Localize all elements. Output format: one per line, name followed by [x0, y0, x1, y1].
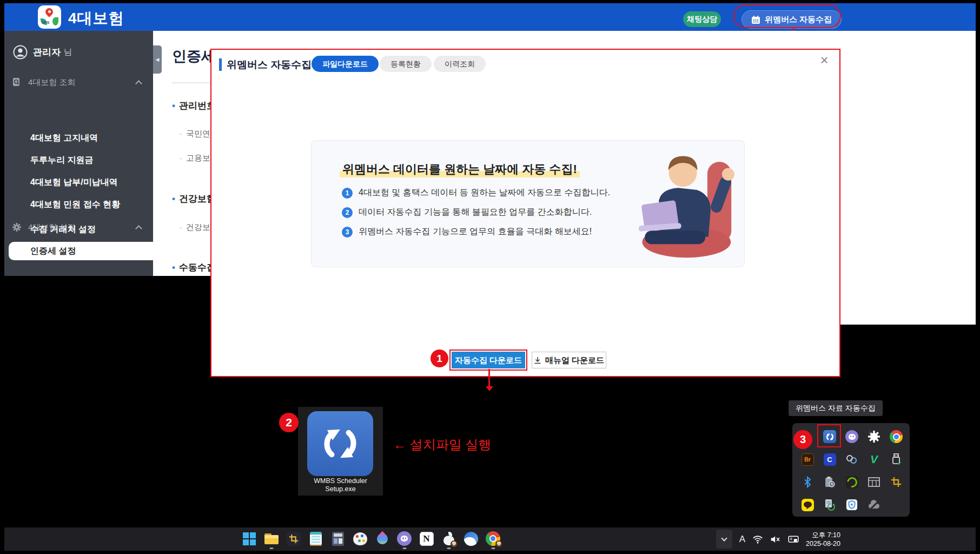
tab-registration-status[interactable]: 등록현황 [380, 56, 432, 72]
tray-expand-chevron[interactable] [716, 530, 732, 549]
user-avatar-icon [13, 45, 28, 60]
annotation-step-2-badge: 2 [279, 413, 299, 432]
sidebar-item-civil-complaint-status[interactable]: 4대보험 민원 접수 현황 [30, 199, 120, 210]
taskbar-chrome-icon[interactable] [485, 530, 501, 547]
app-logo[interactable]: NPS [38, 5, 61, 29]
desktop-icon-label: WMBS Scheduler Setup.exe [298, 477, 383, 493]
auto-collect-download-button[interactable]: 자동수집 다운로드 [452, 352, 525, 368]
screen: NPS 4대보험 채팅상담 위멤버스 자동수집 관리자 님 4대보험 조회 4대… [0, 0, 980, 554]
chat-consult-button[interactable]: 채팅상담 [683, 11, 721, 27]
sidebar-item-durunuri-subsidy[interactable]: 두루누리 지원금 [30, 155, 93, 166]
banner-point: 1 4대보험 및 홈택스 데이터 등 원하는 날짜에 자동으로 수집합니다. [342, 187, 610, 199]
banner-headline: 위멤버스 데이터를 원하는 날짜에 자동 수집! [340, 161, 580, 177]
sidebar-item-payment-history[interactable]: 4대보험 납부/미납내역 [30, 177, 118, 188]
avatar [495, 540, 502, 548]
sidebar-section-inquiry[interactable]: 4대보험 조회 [12, 76, 145, 88]
tray-share-link-icon[interactable] [841, 448, 863, 471]
modal-title-marker [219, 58, 222, 71]
taskbar-paint-icon[interactable] [352, 530, 368, 547]
chevron-up-icon [135, 225, 142, 232]
tray-kakaotalk-icon[interactable] [797, 493, 818, 516]
taskbar-clock[interactable]: 오후 7:10 2025-08-20 [806, 531, 840, 548]
taskbar-purple-messenger-icon[interactable] [396, 530, 413, 547]
taskbar-notepad-icon[interactable] [307, 530, 324, 547]
page-bullet: •수동수집 [172, 261, 210, 274]
input-device-icon[interactable] [788, 535, 799, 544]
sync-arrows-icon [825, 432, 835, 441]
tray-cloud-off-icon[interactable] [863, 493, 885, 516]
logo-leaf-icon [52, 17, 58, 25]
number-3-icon: 3 [342, 227, 353, 238]
wifi-icon[interactable] [752, 535, 763, 544]
taskbar: N A 오후 7:10 2025-08-20 [4, 527, 976, 551]
tray-wmbs-scheduler-icon[interactable] [819, 425, 840, 448]
close-icon[interactable]: × [817, 52, 832, 69]
app-title: 4대보험 [68, 8, 124, 29]
taskbar-apple-music-icon[interactable] [440, 530, 457, 547]
sidebar-item-cert-settings-selected[interactable]: 인증세 설정 [9, 242, 153, 260]
user-suffix: 님 [64, 47, 72, 57]
wmbs-modal: 위멤버스 자동수집 파일다운로드 등록현황 이력조회 × 위멤버스 데이터를 원… [210, 49, 840, 377]
chevron-down-icon [721, 535, 727, 541]
wmbs-auto-collect-button[interactable]: 위멤버스 자동수집 [741, 10, 842, 29]
gear-icon [12, 222, 22, 232]
taskbar-whale-browser-icon[interactable] [462, 530, 479, 547]
sidebar-item-vendor-settings[interactable]: 수집 거래처 설정 [30, 224, 96, 235]
document-search-icon [12, 77, 22, 87]
tray-crop-tool-icon[interactable] [885, 471, 907, 493]
intro-banner: 위멤버스 데이터를 원하는 날짜에 자동 수집! 1 4대보험 및 홈택스 데이… [311, 140, 745, 267]
tray-shield-icon[interactable] [841, 493, 863, 516]
tray-chrome-icon[interactable] [885, 425, 907, 448]
collapse-arrow-icon: ◀ [156, 57, 160, 62]
logo-text: NPS [42, 21, 49, 24]
modal-title: 위멤버스 자동수집 [227, 58, 312, 72]
user-row: 관리자 님 [13, 45, 72, 60]
tray-purple-messenger-icon[interactable] [841, 425, 863, 448]
clock-date: 2025-08-20 [806, 539, 840, 548]
page-title: 인증세 설정 [172, 47, 210, 66]
annotation-install-note: ← 설치파일 실행 [393, 436, 491, 453]
taskbar-start-button[interactable] [241, 530, 257, 547]
sidebar-item-notice-history[interactable]: 4대보험 고지내역 [30, 133, 98, 144]
tray-window-grid-icon[interactable] [863, 471, 885, 493]
wmbs-setup-exe-icon[interactable] [307, 411, 373, 476]
tray-file-sync-icon[interactable] [819, 493, 840, 516]
taskbar-paint-drop-icon[interactable] [374, 530, 390, 547]
banner-point: 2 데이터 자동수집 기능을 통해 불필요한 업무를 간소화합니다. [342, 207, 592, 218]
page-bullet: ·고용보험 [180, 153, 210, 163]
page-bullet: ·건강보험 [180, 222, 210, 233]
annotation-step-3-badge: 3 [793, 430, 812, 449]
number-1-icon: 1 [342, 188, 353, 199]
app-header: NPS 4대보험 채팅상담 위멤버스 자동수집 [4, 3, 976, 31]
tab-history-inquiry[interactable]: 이력조회 [434, 56, 486, 72]
manual-download-button[interactable]: 매뉴얼 다운로드 [532, 352, 606, 368]
sync-arrows-icon [319, 423, 361, 465]
tray-creative-cloud-icon[interactable]: C [819, 448, 840, 471]
tray-nvidia-icon[interactable] [841, 471, 863, 493]
tray-adobe-bridge-icon[interactable]: Br [797, 448, 818, 471]
taskbar-capture-tool-icon[interactable] [285, 530, 302, 547]
annotation-step-1-badge: 1 [431, 349, 448, 367]
tray-settings-dollar-icon[interactable]: $ [863, 425, 885, 448]
speaker-muted-icon[interactable] [770, 535, 781, 544]
taskbar-calculator-icon[interactable] [329, 530, 346, 547]
sidebar: 관리자 님 4대보험 조회 4대보험 고지내역 두루누리 지원금 4대보험 납부… [4, 31, 153, 276]
user-name: 관리자 [33, 46, 61, 58]
clock-time: 오후 7:10 [806, 531, 840, 539]
tray-tooltip: 위멤버스 자료 자동수집 [789, 400, 883, 416]
ime-indicator[interactable]: A [739, 534, 745, 545]
tray-clipboard-clock-icon[interactable] [819, 471, 840, 493]
page-bullet: ·국민연금 [180, 129, 210, 139]
tray-bluetooth-icon[interactable] [797, 471, 818, 493]
page-bullet: •건강보험 [172, 193, 210, 205]
tray-v3-antivirus-icon[interactable]: V [863, 448, 885, 471]
sidebar-collapse-button[interactable]: ◀ [153, 45, 162, 74]
taskbar-file-explorer-icon[interactable] [263, 530, 280, 547]
chevron-up-icon [135, 80, 142, 87]
tab-file-download[interactable]: 파일다운로드 [312, 56, 379, 72]
man-with-laptop-illustration [614, 147, 740, 262]
calendar-icon [751, 15, 760, 24]
taskbar-notion-icon[interactable]: N [418, 530, 435, 547]
banner-point: 3 위멤버스 자동수집 기능으로 업무의 효율을 극대화 해보세요! [342, 226, 592, 238]
tray-usb-device-icon[interactable] [885, 448, 907, 471]
